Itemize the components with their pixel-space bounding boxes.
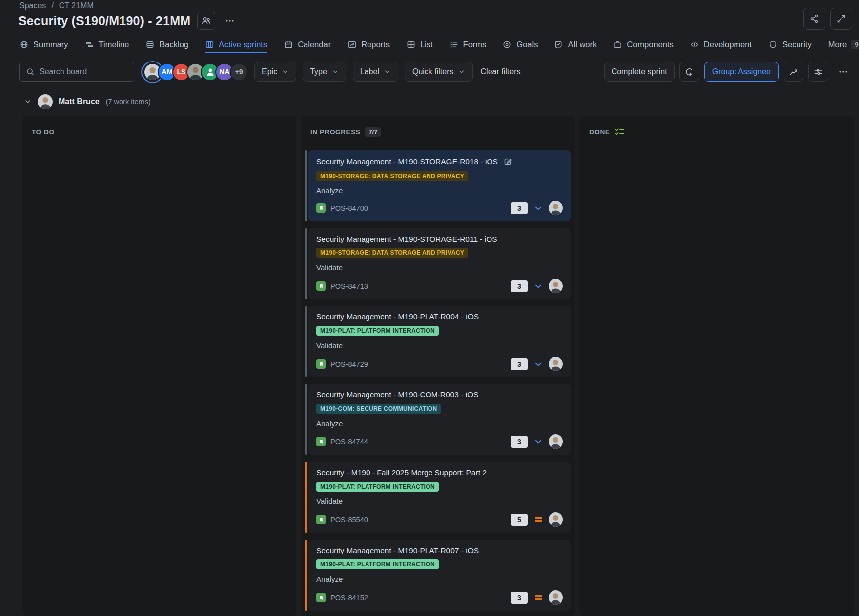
- card-surface: Security Management - M190-COM-R003 - iO…: [308, 384, 571, 455]
- card-assignee-avatar[interactable]: [549, 201, 563, 215]
- story-type-icon: [316, 203, 326, 213]
- priority-medium-icon: [533, 517, 543, 522]
- card-surface: Security - M190 - Fall 2025 Merge Suppor…: [308, 462, 571, 533]
- search-input[interactable]: [39, 67, 128, 76]
- priority-low-icon: [533, 204, 543, 213]
- avatar-overflow[interactable]: +9: [230, 63, 248, 81]
- complete-sprint-button[interactable]: Complete sprint: [604, 62, 675, 82]
- tab-reports[interactable]: Reports: [347, 40, 390, 53]
- type-filter-label: Type: [310, 67, 327, 76]
- clear-filters-button[interactable]: Clear filters: [481, 67, 521, 76]
- card-footer: POS-85540 5: [316, 512, 563, 527]
- label-filter-button[interactable]: Label: [353, 62, 398, 82]
- breadcrumb-separator: /: [51, 1, 53, 10]
- board-toolbar: AM LS NA +9 Epic Type: [19, 62, 853, 82]
- issue-card[interactable]: Security Management - M190-STORAGE-R018 …: [305, 150, 571, 221]
- tab-list[interactable]: List: [406, 40, 433, 53]
- search-icon: [26, 67, 35, 76]
- backlog-icon: [145, 40, 155, 49]
- priority-medium-icon: [533, 595, 543, 600]
- issue-card[interactable]: Security Management - M190-PLAT-R007 - i…: [305, 540, 571, 611]
- people-icon: [201, 16, 211, 26]
- briefcase-icon: [613, 40, 622, 49]
- tab-calendar[interactable]: Calendar: [284, 40, 331, 53]
- tab-more[interactable]: More 9+: [828, 40, 859, 53]
- group-by-button[interactable]: Group: Assignee: [704, 62, 779, 82]
- expand-button[interactable]: [830, 8, 852, 30]
- story-points-badge: 3: [511, 280, 528, 292]
- tab-all-work[interactable]: All work: [554, 40, 597, 53]
- story-points-badge: 3: [511, 358, 528, 370]
- tab-security[interactable]: Security: [768, 40, 812, 53]
- globe-icon: [19, 40, 29, 49]
- assignee-avatar: [38, 94, 53, 109]
- tab-label: Summary: [33, 40, 68, 49]
- header-actions: [803, 8, 852, 30]
- checkbox-icon: [554, 40, 563, 49]
- issue-card[interactable]: Security Management - M190-COM-R003 - iO…: [305, 384, 571, 455]
- tab-label: Calendar: [298, 40, 331, 49]
- issue-card[interactable]: Security - M190 - Fall 2025 Merge Suppor…: [305, 462, 571, 533]
- tab-label: Development: [704, 40, 752, 49]
- sprint-cycle-button[interactable]: [679, 62, 699, 82]
- tab-components[interactable]: Components: [613, 40, 674, 53]
- tab-forms[interactable]: Forms: [449, 40, 487, 53]
- card-assignee-avatar[interactable]: [549, 590, 563, 605]
- card-surface: Security Management - M190-STORAGE-R011 …: [308, 228, 571, 299]
- card-title: Security Management - M190-PLAT-R004 - i…: [316, 312, 479, 321]
- share-button[interactable]: [803, 8, 825, 30]
- card-assignee-avatar[interactable]: [549, 279, 563, 293]
- breadcrumb-spaces[interactable]: Spaces: [19, 1, 46, 10]
- people-button[interactable]: [197, 12, 215, 30]
- card-status: Validate: [316, 263, 563, 272]
- column-todo: TO DO: [22, 116, 296, 616]
- ellipsis-icon: [225, 16, 235, 26]
- search-box[interactable]: [19, 62, 134, 82]
- quick-filters-button[interactable]: Quick filters: [405, 62, 473, 82]
- card-title: Security Management - M190-STORAGE-R018 …: [316, 157, 498, 166]
- card-assignee-avatar[interactable]: [549, 512, 563, 527]
- card-assignee-avatar[interactable]: [549, 434, 563, 449]
- breadcrumb-project[interactable]: CT 21MM: [59, 1, 94, 10]
- tab-active-sprints[interactable]: Active sprints: [205, 40, 267, 53]
- story-points-badge: 5: [511, 514, 528, 526]
- issue-card[interactable]: Security Management - M190-STORAGE-R011 …: [305, 228, 571, 299]
- column-header: DONE: [583, 120, 850, 143]
- story-type-icon: [316, 593, 326, 602]
- board-columns-icon: [205, 40, 214, 49]
- story-points-badge: 3: [511, 436, 528, 448]
- work-item-count: (7 work items): [106, 98, 151, 106]
- view-settings-button[interactable]: [808, 62, 828, 82]
- chevron-down-icon: [282, 68, 289, 75]
- type-filter-button[interactable]: Type: [303, 62, 346, 82]
- priority-low-icon: [533, 282, 543, 291]
- title-more-button[interactable]: [222, 13, 237, 28]
- tab-goals[interactable]: Goals: [502, 40, 538, 53]
- share-icon: [809, 14, 819, 24]
- label-chip: M190-PLAT: PLATFORM INTERACTION: [316, 559, 439, 569]
- tab-label: Security: [782, 40, 812, 49]
- card-status: Analyze: [316, 419, 563, 428]
- issue-card[interactable]: Security Management - M190-PLAT-R004 - i…: [305, 306, 571, 377]
- person-icon: [205, 67, 215, 77]
- edit-summary-button[interactable]: [503, 157, 513, 167]
- tab-label: Goals: [516, 40, 538, 49]
- tab-timeline[interactable]: Timeline: [85, 40, 129, 53]
- tab-backlog[interactable]: Backlog: [145, 40, 188, 53]
- issue-key: POS-84744: [330, 438, 368, 446]
- column-header: IN PROGRESS 7/7: [305, 120, 571, 143]
- tab-development[interactable]: Development: [690, 40, 752, 53]
- story-points-badge: 3: [511, 202, 528, 214]
- label-chip: M190-COM: SECURE COMMUNICATION: [316, 404, 441, 414]
- insights-button[interactable]: [784, 62, 803, 82]
- label-chip: M190-PLAT: PLATFORM INTERACTION: [316, 482, 439, 492]
- card-assignee-avatar[interactable]: [549, 357, 563, 371]
- swimlane-header[interactable]: Matt Bruce (7 work items): [24, 94, 151, 109]
- tab-label: List: [420, 40, 433, 49]
- tab-summary[interactable]: Summary: [19, 40, 68, 53]
- column-in-progress: IN PROGRESS 7/7 Security Management - M1…: [301, 116, 575, 616]
- epic-filter-button[interactable]: Epic: [254, 62, 296, 82]
- column-title: IN PROGRESS: [310, 128, 360, 136]
- complete-sprint-label: Complete sprint: [612, 67, 667, 76]
- board-more-button[interactable]: [833, 62, 853, 82]
